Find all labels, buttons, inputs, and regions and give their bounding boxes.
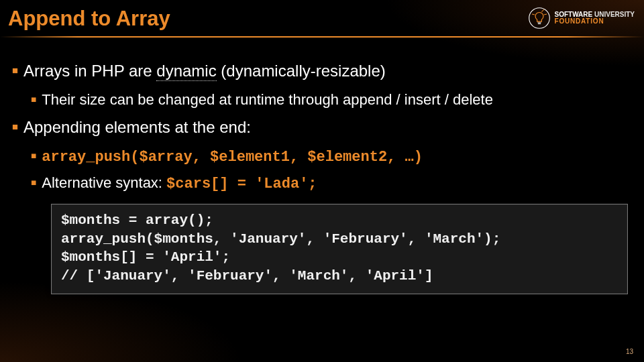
svg-point-0 bbox=[529, 8, 549, 29]
bullet-array-push: ■ array_push($array, $element1, $element… bbox=[31, 146, 629, 168]
text: (dynamically-resizable) bbox=[217, 62, 386, 80]
code-inline: array_push($array, $element1, $element2,… bbox=[42, 149, 423, 166]
bullet-size: ■ Their size can be changed at runtime t… bbox=[31, 90, 629, 110]
bullet-dynamic: ■ Arrays in PHP are dynamic (dynamically… bbox=[12, 60, 629, 82]
logo-text: SOFTWARE UNIVERSITY FOUNDATION bbox=[555, 11, 635, 25]
title-underline bbox=[0, 36, 644, 38]
bullet-icon: ■ bbox=[31, 146, 36, 160]
bullet-icon: ■ bbox=[12, 117, 18, 132]
slide-content: ■ Arrays in PHP are dynamic (dynamically… bbox=[0, 54, 644, 294]
logo: SOFTWARE UNIVERSITY FOUNDATION bbox=[528, 7, 635, 29]
lightbulb-icon bbox=[528, 7, 551, 29]
code-inline: $cars[] = 'Lada'; bbox=[166, 176, 317, 192]
text: Their size can be changed at runtime thr… bbox=[42, 90, 629, 110]
text: Arrays in PHP are bbox=[23, 62, 156, 80]
code-block: $months = array(); array_push($months, '… bbox=[51, 204, 628, 294]
page-number: 13 bbox=[626, 348, 633, 355]
bullet-icon: ■ bbox=[31, 173, 36, 187]
bullet-append: ■ Appending elements at the end: bbox=[12, 117, 629, 138]
text: Alternative syntax: bbox=[42, 174, 166, 191]
text-dynamic: dynamic bbox=[156, 62, 216, 81]
text: Appending elements at the end: bbox=[23, 117, 629, 138]
bullet-alt-syntax: ■ Alternative syntax: $cars[] = 'Lada'; bbox=[31, 173, 629, 194]
bullet-icon: ■ bbox=[12, 60, 18, 76]
bullet-icon: ■ bbox=[31, 90, 36, 104]
